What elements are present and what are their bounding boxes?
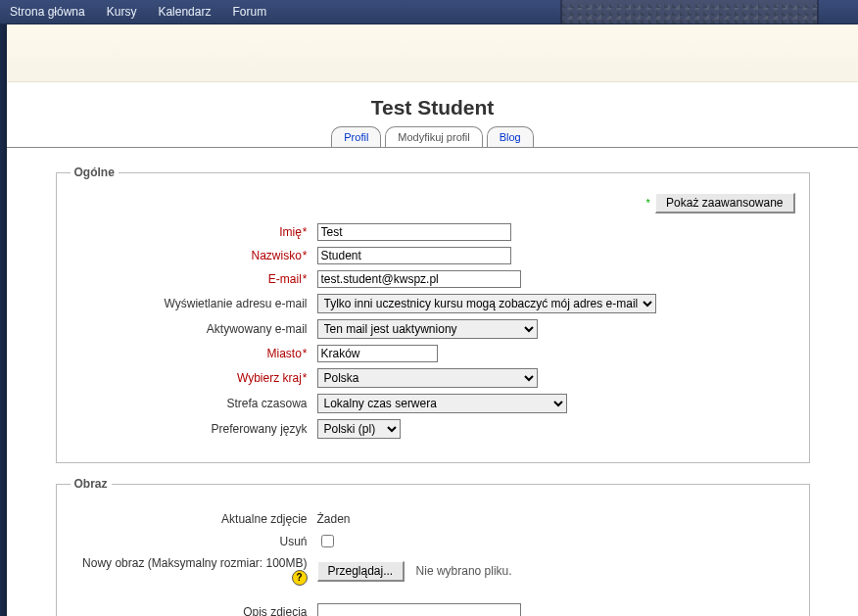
nav-calendar[interactable]: Kalendarz	[158, 5, 211, 19]
top-navbar: Strona główna Kursy Kalendarz Forum	[0, 0, 858, 24]
header-banner	[7, 24, 858, 82]
nav-courses[interactable]: Kursy	[107, 5, 137, 19]
header-decoration	[560, 0, 819, 24]
image-desc-label: Opis zdjęcia	[71, 605, 317, 616]
show-advanced-button[interactable]: Pokaż zaawansowane	[655, 193, 794, 213]
current-image-label: Aktualne zdjęcie	[71, 512, 317, 526]
nav-forum[interactable]: Forum	[232, 5, 266, 19]
delete-image-label: Usuń	[71, 535, 317, 548]
help-icon[interactable]: ?	[292, 570, 308, 586]
page-title: Test Student	[7, 96, 858, 119]
email-input[interactable]	[317, 270, 521, 288]
firstname-label: Imię*	[71, 225, 317, 239]
nav-home[interactable]: Strona główna	[10, 5, 85, 19]
browse-button[interactable]: Przeglądaj...	[317, 561, 405, 582]
city-label: Miasto*	[71, 347, 317, 360]
timezone-label: Strefa czasowa	[71, 397, 317, 410]
lang-select[interactable]: Polski (pl)	[317, 419, 401, 439]
legend-general: Ogólne	[71, 166, 119, 179]
tab-row: Profil Modyfikuj profil Blog	[7, 125, 858, 148]
fieldset-image: Obraz Aktualne zdjęcie Żaden Usuń Nowy o…	[56, 477, 810, 616]
image-desc-input[interactable]	[317, 603, 521, 616]
current-image-value: Żaden	[317, 512, 795, 526]
new-image-label: Nowy obraz (Maksymalny rozmiar: 100MB) ?	[71, 556, 317, 586]
country-label: Wybierz kraj*	[71, 371, 317, 385]
firstname-input[interactable]	[317, 223, 511, 241]
lastname-label: Nazwisko*	[71, 249, 317, 262]
no-file-text: Nie wybrano pliku.	[416, 564, 512, 578]
delete-image-checkbox[interactable]	[321, 535, 334, 547]
timezone-select[interactable]: Lokalny czas serwera	[317, 394, 567, 413]
fieldset-general: Ogólne * Pokaż zaawansowane Imię* Nazwis…	[56, 166, 810, 463]
advanced-indicator: *	[645, 197, 649, 209]
tab-blog[interactable]: Blog	[487, 126, 534, 147]
lastname-input[interactable]	[317, 247, 511, 264]
lang-label: Preferowany język	[71, 422, 317, 436]
emaildisplay-select[interactable]: Tylko inni uczestnicy kursu mogą zobaczy…	[317, 294, 656, 313]
emailactive-label: Aktywowany e-mail	[71, 322, 317, 336]
city-input[interactable]	[317, 345, 438, 362]
tab-edit-profile[interactable]: Modyfikuj profil	[385, 126, 482, 147]
email-label: E-mail*	[71, 272, 317, 286]
legend-image: Obraz	[71, 477, 112, 491]
page-body: Test Student Profil Modyfikuj profil Blo…	[7, 24, 858, 616]
country-select[interactable]: Polska	[317, 368, 538, 388]
emaildisplay-label: Wyświetlanie adresu e-mail	[71, 297, 317, 310]
emailactive-select[interactable]: Ten mail jest uaktywniony	[317, 319, 538, 339]
tab-profile[interactable]: Profil	[331, 126, 381, 147]
